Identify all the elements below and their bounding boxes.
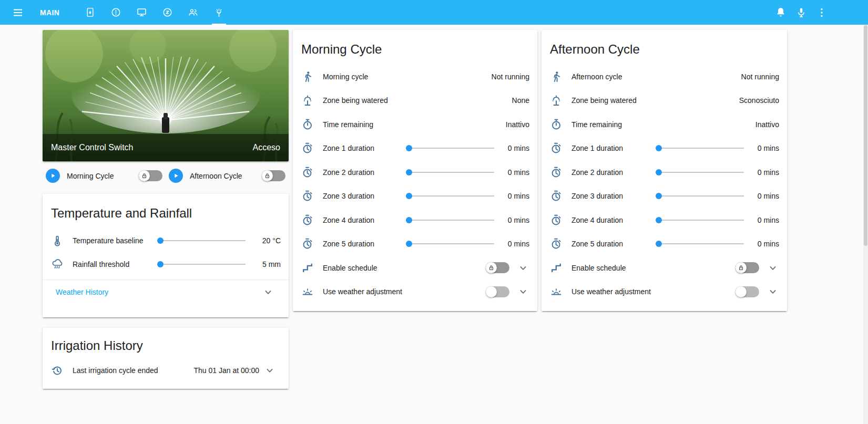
slider-knob xyxy=(656,193,662,199)
rainfall-threshold-value: 5 mm xyxy=(251,260,281,268)
stopwatch-icon xyxy=(301,142,314,154)
rainfall-threshold-slider[interactable] xyxy=(157,258,246,270)
row-label: Temperature baseline xyxy=(73,236,157,245)
use-weather-adjustment-toggle[interactable] xyxy=(486,286,509,297)
chevron-down-icon[interactable] xyxy=(263,364,276,377)
cycle-buttons-row: Morning Cycle Afternoon Cycle xyxy=(43,161,289,190)
voice-button[interactable] xyxy=(795,6,808,19)
temperature-baseline-row: Temperature baseline 20 °C xyxy=(43,229,289,253)
master-control-card[interactable]: Master Control Switch Acceso xyxy=(43,30,289,161)
slider-knob xyxy=(656,241,662,247)
tab-media[interactable] xyxy=(129,0,155,25)
slider-track xyxy=(406,195,494,197)
scrollbar[interactable] xyxy=(863,25,868,424)
row-label: Afternoon cycle xyxy=(571,73,741,81)
tab-irrigation[interactable] xyxy=(206,0,232,25)
zone-1-duration-slider[interactable] xyxy=(406,142,494,154)
header-actions xyxy=(774,6,868,19)
play-morning-button[interactable] xyxy=(46,169,60,183)
notifications-button[interactable] xyxy=(774,6,787,19)
temperature-baseline-slider[interactable] xyxy=(157,235,246,246)
zone-1-duration-slider[interactable] xyxy=(656,142,744,154)
zone-4-duration-slider[interactable] xyxy=(656,214,744,226)
enable-schedule-lock-toggle[interactable] xyxy=(736,262,759,273)
monitor-icon xyxy=(136,7,147,18)
row-label: Time remaining xyxy=(571,120,755,129)
afternoon-cycle-label: Afternoon Cycle xyxy=(190,172,242,180)
zone-5-duration-slider[interactable] xyxy=(656,238,744,250)
row-value: 0 mins xyxy=(750,144,779,152)
slider-knob xyxy=(157,237,164,244)
slider-knob xyxy=(406,241,412,247)
row-label: Use weather adjustment xyxy=(571,287,736,296)
tab-sleep[interactable] xyxy=(155,0,180,25)
row-label: Zone 2 duration xyxy=(323,168,406,177)
row-label: Zone 3 duration xyxy=(571,192,656,200)
temperature-rainfall-card: Temperature and Rainfall Temperature bas… xyxy=(43,194,289,317)
irrigation-icon xyxy=(213,7,224,18)
walk-icon xyxy=(550,70,563,83)
slider-track xyxy=(406,172,494,173)
zone-3-duration-row: Zone 3 duration 0 mins xyxy=(293,184,537,209)
row-label: Rainfall threshold xyxy=(73,260,157,268)
row-value: 0 mins xyxy=(500,168,529,177)
afternoon-cycle-lock-toggle[interactable] xyxy=(262,170,285,181)
temperature-baseline-value: 20 °C xyxy=(251,236,281,245)
stopwatch-icon xyxy=(550,214,563,226)
dashboard: Master Control Switch Acceso Morning Cyc… xyxy=(0,25,868,389)
slider-track xyxy=(157,240,246,241)
zone-2-duration-slider[interactable] xyxy=(406,167,494,178)
stopwatch-icon xyxy=(301,237,314,250)
zone-2-duration-slider[interactable] xyxy=(656,167,744,178)
zone-4-duration-slider[interactable] xyxy=(406,214,494,226)
chevron-down-icon[interactable] xyxy=(767,262,779,274)
zone-5-duration-slider[interactable] xyxy=(406,238,494,250)
fountain-icon xyxy=(301,94,314,107)
weather-history-link[interactable]: Weather History xyxy=(56,288,262,296)
scrollbar-thumb[interactable] xyxy=(864,25,867,246)
row-value: Inattivo xyxy=(506,120,529,129)
chevron-down-icon[interactable] xyxy=(517,262,529,274)
toggle-knob xyxy=(139,170,150,181)
zone-3-duration-slider[interactable] xyxy=(406,190,494,202)
toggle-knob xyxy=(736,286,747,297)
tab-bar xyxy=(77,0,232,25)
morning-cycle-lock-toggle[interactable] xyxy=(139,170,162,181)
water-device-icon xyxy=(85,7,96,18)
weather-pouring-icon xyxy=(51,258,64,271)
tab-presence[interactable] xyxy=(180,0,206,25)
thermometer-icon xyxy=(51,234,64,247)
enable-schedule-lock-toggle[interactable] xyxy=(486,262,509,273)
zone-being-watered-row: Zone being watered None xyxy=(293,89,537,113)
last-irrigation-value: Thu 01 Jan at 00:00 xyxy=(193,366,259,375)
weather-sunset-icon xyxy=(301,285,314,298)
overflow-menu-button[interactable] xyxy=(815,6,828,19)
row-label: Morning cycle xyxy=(323,73,492,81)
chevron-down-icon[interactable] xyxy=(767,285,779,298)
bell-icon xyxy=(774,6,787,19)
chevron-down-icon[interactable] xyxy=(517,285,529,298)
tab-water-device[interactable] xyxy=(77,0,103,25)
slider-knob xyxy=(656,217,662,223)
use-weather-adjustment-toggle[interactable] xyxy=(736,286,759,297)
stopwatch-icon xyxy=(301,214,314,226)
valve-icon xyxy=(550,262,563,274)
slider-track xyxy=(656,195,744,197)
play-afternoon-button[interactable] xyxy=(169,169,183,183)
master-switch-state: Acceso xyxy=(253,143,280,152)
slider-knob xyxy=(656,145,662,151)
menu-button[interactable] xyxy=(12,6,24,19)
image-overlay: Master Control Switch Acceso xyxy=(43,134,289,161)
card-title: Irrigation History xyxy=(43,328,289,358)
card-title: Afternoon Cycle xyxy=(542,30,787,65)
microphone-icon xyxy=(795,6,808,19)
stopwatch-icon xyxy=(550,166,563,179)
zone-3-duration-row: Zone 3 duration 0 mins xyxy=(542,184,787,209)
tab-alerts[interactable] xyxy=(103,0,129,25)
irrigation-history-card: Irrigation History Last irrigation cycle… xyxy=(43,328,289,389)
lock-icon xyxy=(738,264,744,271)
row-label: Zone 4 duration xyxy=(323,216,406,224)
slider-track xyxy=(406,243,494,244)
chevron-down-icon[interactable] xyxy=(262,286,274,298)
zone-3-duration-slider[interactable] xyxy=(656,190,744,202)
